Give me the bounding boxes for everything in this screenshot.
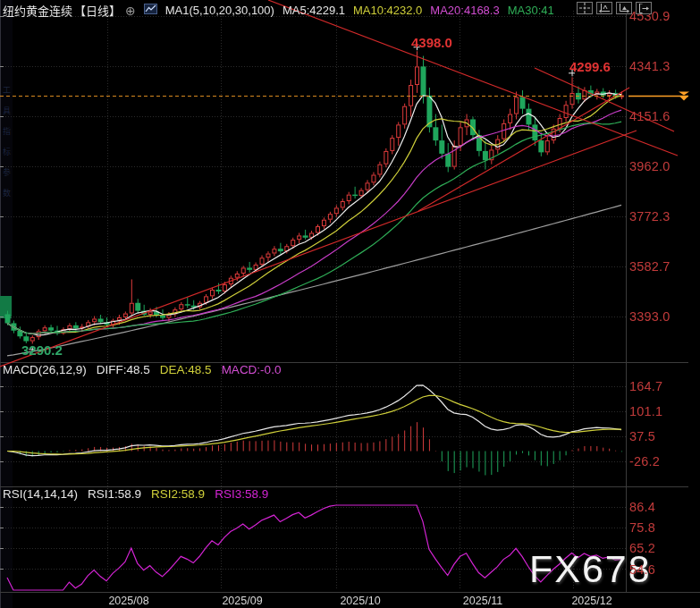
high-annotation-4398: 4398.0 <box>411 35 452 50</box>
rsi2-value: RSI2:58.9 <box>151 487 205 501</box>
chart-header: 纽约黄金连续 【日线】 ⊕ MA1(5,10,20,30,100) MA5:42… <box>3 2 554 19</box>
ma5-value: MA5:4229.1 <box>283 4 345 17</box>
price-axis-tick: 4341.3 <box>629 59 687 73</box>
price-axis-tick: 3772.3 <box>629 209 687 224</box>
macd-axis-tick: 101.1 <box>629 404 687 418</box>
macd-axis-tick: 37.5 <box>629 429 687 443</box>
high-annotation-4299: 4299.6 <box>569 59 611 74</box>
rsi-axis-tick: 65.2 <box>629 541 687 555</box>
axis-scale-right-icon[interactable] <box>616 2 632 14</box>
rsi3-value: RSI3:58.9 <box>215 487 268 501</box>
date-label: 2025/11 <box>451 595 514 607</box>
price-axis-tick: 3582.7 <box>629 259 687 274</box>
period-label: 【日线】 <box>74 2 121 19</box>
date-label: 2025/09 <box>211 595 274 607</box>
price-axis-tick: 3962.0 <box>629 159 687 173</box>
rsi-param-label: RSI(14,14,14) <box>3 487 78 501</box>
axis-scale-left-icon[interactable] <box>596 2 612 14</box>
date-label: 2025/12 <box>561 595 623 607</box>
macd-panel-header: MACD(26,12,9) DIFF:48.5 DEA:48.5 MACD:-0… <box>3 363 281 376</box>
macd-diff-value: DIFF:48.5 <box>97 363 150 376</box>
gold-futures-chart-app: { "header": { "title": "纽约黄金连续", "period… <box>0 0 700 608</box>
ma20-value: MA20:4168.3 <box>430 4 499 17</box>
ma30-value: MA30:41 <box>508 4 554 17</box>
date-label: 2025/08 <box>97 595 160 607</box>
rsi-axis-tick: 86.4 <box>629 500 687 514</box>
ma-group-label: MA1(5,10,20,30,100) <box>165 4 274 17</box>
chart-toolbar <box>577 2 652 14</box>
collapse-panel-icon[interactable] <box>636 2 652 14</box>
macd-param-label: MACD(26,12,9) <box>3 363 87 376</box>
macd-dea-value: DEA:48.5 <box>160 363 212 376</box>
pan-icon[interactable] <box>577 2 593 14</box>
low-annotation-3290: 3290.2 <box>21 342 63 358</box>
macd-hist-value: MACD:-0.0 <box>222 363 282 376</box>
rsi1-value: RSI1:58.9 <box>88 487 141 501</box>
price-axis-tick: 4151.6 <box>629 109 687 123</box>
rsi-panel-header: RSI(14,14,14) RSI1:58.9 RSI2:58.9 RSI3:5… <box>3 487 268 501</box>
rsi-axis-tick: 75.8 <box>629 520 687 535</box>
price-axis-tick: 3393.0 <box>629 309 687 324</box>
instrument-title: 纽约黄金连续 <box>3 2 72 19</box>
ma10-value: MA10:4232.0 <box>353 4 422 17</box>
add-indicator-icon[interactable]: ⊕ <box>125 4 136 18</box>
rsi-axis-tick: 54.6 <box>629 562 687 577</box>
candlestick-chart-canvas[interactable] <box>0 0 700 608</box>
macd-axis-tick: 164.7 <box>629 379 687 393</box>
chart-type-icon[interactable] <box>144 4 157 17</box>
macd-axis-tick: -26.2 <box>629 454 687 469</box>
date-label: 2025/10 <box>329 595 392 607</box>
